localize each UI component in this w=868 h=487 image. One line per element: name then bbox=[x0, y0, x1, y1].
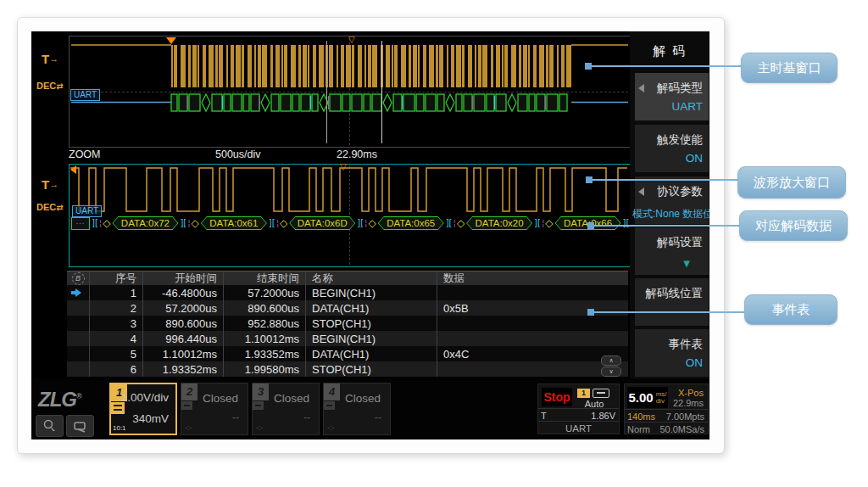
gesture-icon bbox=[73, 419, 88, 433]
trigger-level: 1.86V bbox=[591, 411, 615, 421]
cell-num: 4 bbox=[90, 331, 143, 346]
trigger-level-row: T 1.86V bbox=[538, 408, 619, 422]
trigger-position-marker-icon bbox=[166, 37, 176, 44]
cell-data bbox=[437, 316, 628, 331]
decode-bubble: DATA:0x20 bbox=[466, 216, 532, 230]
channel-scale-placeholder: -- bbox=[303, 411, 310, 423]
event-table-header: B 序号 开始时间 结束时间 名称 数据 bbox=[67, 271, 628, 285]
idle-diamond-icon: ◇ bbox=[192, 217, 199, 229]
probe-ratio: 10:1 bbox=[113, 424, 126, 432]
decode-bubble-text: DATA:0x65 bbox=[379, 217, 443, 229]
channel-2-box[interactable]: 2Closed---:- bbox=[181, 383, 248, 435]
trigger-type: T bbox=[541, 411, 547, 421]
channel-time-placeholder: -:- bbox=[185, 423, 192, 432]
channel-3-box[interactable]: 3Closed---:- bbox=[252, 383, 320, 435]
bracket-icon: ][ bbox=[269, 217, 275, 229]
callout-dot bbox=[586, 176, 593, 183]
trigger-mode: UART bbox=[538, 421, 619, 435]
menu-item-event-table-toggle[interactable]: 事件表ON bbox=[635, 329, 709, 377]
oscilloscope-screen: T→ DEC⇄ T→ DEC⇄ ▽ UART ZOOM 500us/div 22… bbox=[31, 31, 709, 439]
cell-num: 6 bbox=[90, 361, 143, 377]
touch-mode-button[interactable] bbox=[36, 415, 64, 437]
cell-start: -46.4800us bbox=[143, 285, 224, 300]
channel-1-scale: 1.00V/div bbox=[121, 391, 169, 404]
dc-coupling-icon bbox=[111, 402, 125, 414]
swap-arrows-icon: ⇄ bbox=[56, 81, 63, 91]
timebase-status-block[interactable]: 5.00 ms/div X-Pos 22.9ms 140ms 7.00Mpts … bbox=[624, 383, 709, 434]
callout-label: 事件表 bbox=[744, 294, 837, 325]
swap-arrows-icon: ⇄ bbox=[56, 203, 63, 212]
bracket-icon: ][ bbox=[180, 217, 186, 229]
scroll-up-button[interactable]: ∧ bbox=[601, 355, 621, 366]
acquire-mode: Norm bbox=[627, 424, 650, 434]
table-row[interactable]: 257.2000us890.600usDATA(CH1)0x5B bbox=[67, 300, 628, 316]
table-row[interactable]: 51.10012ms1.93352msDATA(CH1)0x4C bbox=[67, 346, 628, 361]
channel-state: Closed bbox=[336, 392, 390, 405]
event-table: B 序号 开始时间 结束时间 名称 数据 1-46.4800us57.2000u… bbox=[67, 271, 628, 378]
cell-data bbox=[437, 361, 628, 377]
menu-item-decode-line-position[interactable]: 解码线位置 bbox=[635, 278, 709, 326]
cell-name: STOP(CH1) bbox=[306, 316, 437, 331]
frame-bar-icon: ¦ bbox=[187, 217, 190, 229]
zoom-bus-tag: UART bbox=[72, 205, 102, 217]
acquisition-window-row: 140ms 7.00Mpts bbox=[625, 409, 708, 422]
menu-item-protocol-params[interactable]: 协议参数模式:None 数据位 bbox=[635, 176, 709, 224]
trigger-position-marker-icon: ▽ bbox=[340, 163, 347, 171]
bus-icon-cell: B bbox=[67, 271, 90, 285]
col-index: 序号 bbox=[90, 271, 143, 285]
cell-start: 1.93352ms bbox=[143, 361, 224, 377]
cell-name: DATA(CH1) bbox=[306, 346, 437, 361]
decode-bubble: DATA:0x61 bbox=[201, 216, 267, 230]
cell-end: 1.10012ms bbox=[224, 331, 306, 346]
decode-bubble: DATA:0x65 bbox=[378, 216, 444, 230]
scroll-down-button[interactable]: ∨ bbox=[601, 367, 621, 377]
callout-label: 主时基窗口 bbox=[741, 53, 837, 83]
menu-item-label: 解码线位置 bbox=[646, 286, 704, 301]
channel-1-box[interactable]: 1 10:1 1.00V/div 340mV bbox=[109, 383, 177, 435]
menu-item-trigger-enable[interactable]: 触发使能ON bbox=[635, 125, 709, 172]
frame-separator-icon: ][¦◇ bbox=[269, 217, 287, 229]
table-row[interactable]: 1-46.4800us57.2000usBEGIN(CH1) bbox=[67, 285, 628, 300]
idle-diamond-icon: ◇ bbox=[368, 217, 376, 229]
cell-num: 5 bbox=[90, 346, 143, 361]
cell-num: 3 bbox=[90, 316, 143, 331]
decode-bubble-text: DATA:0x72 bbox=[113, 217, 177, 229]
cell-start: 890.600us bbox=[143, 316, 224, 331]
timebase-scale: 5.00 bbox=[628, 390, 653, 405]
dropdown-arrow-icon: ▼ bbox=[683, 259, 690, 268]
sample-rate-row: Norm 50.0MSa/s bbox=[625, 422, 708, 435]
gesture-mode-button[interactable] bbox=[66, 415, 94, 437]
table-row[interactable]: 4996.440us1.10012msBEGIN(CH1) bbox=[67, 331, 628, 346]
cell-end: 1.99580ms bbox=[224, 361, 306, 377]
main-trigger-level-label: T→ bbox=[42, 52, 58, 66]
menu-item-decode-settings[interactable]: 解码设置▼ bbox=[635, 227, 709, 275]
col-end-time: 结束时间 bbox=[224, 271, 306, 285]
cell-end: 952.880us bbox=[224, 316, 306, 331]
battery-icon bbox=[593, 389, 609, 398]
zoom-waveform bbox=[70, 165, 630, 217]
menu-item-decode-type[interactable]: 解码类型UART bbox=[635, 73, 709, 120]
idle-diamond-icon: ◇ bbox=[457, 217, 465, 229]
cell-name: STOP(CH1) bbox=[306, 361, 437, 377]
frame-separator-icon: ][¦◇ bbox=[180, 217, 198, 229]
frame-bar-icon: ¦ bbox=[364, 217, 367, 229]
row-cursor-cell bbox=[67, 300, 90, 316]
cell-name: BEGIN(CH1) bbox=[306, 285, 437, 300]
decode-bubble-text: DATA:0x61 bbox=[202, 217, 266, 229]
channel-coupling-tab bbox=[253, 401, 264, 410]
col-start-time: 开始时间 bbox=[143, 271, 224, 285]
touch-icon bbox=[42, 419, 58, 433]
status-bar: ZLG® 1 10:1 1.00V/div 340mV 2Closed---:-… bbox=[31, 378, 709, 439]
menu-item-value: UART bbox=[671, 100, 703, 113]
trigger-status-block[interactable]: Stop 1 Auto T 1.86V UART bbox=[537, 383, 620, 434]
table-row[interactable]: 61.93352ms1.99580msSTOP(CH1) bbox=[67, 361, 628, 377]
cell-name: DATA(CH1) bbox=[306, 300, 437, 316]
zoom-center-marker-icon: ▽ bbox=[348, 36, 355, 44]
channel-4-box[interactable]: 4Closed---:- bbox=[323, 383, 391, 435]
table-row[interactable]: 3890.600us952.880usSTOP(CH1) bbox=[67, 316, 628, 331]
frame-bar-icon: ¦ bbox=[276, 217, 279, 229]
zoom-scale: 500us/div bbox=[215, 148, 261, 160]
menu-item-label: 协议参数 bbox=[657, 184, 703, 199]
xpos-label: X-Pos bbox=[678, 388, 704, 398]
callout-line bbox=[588, 65, 741, 67]
